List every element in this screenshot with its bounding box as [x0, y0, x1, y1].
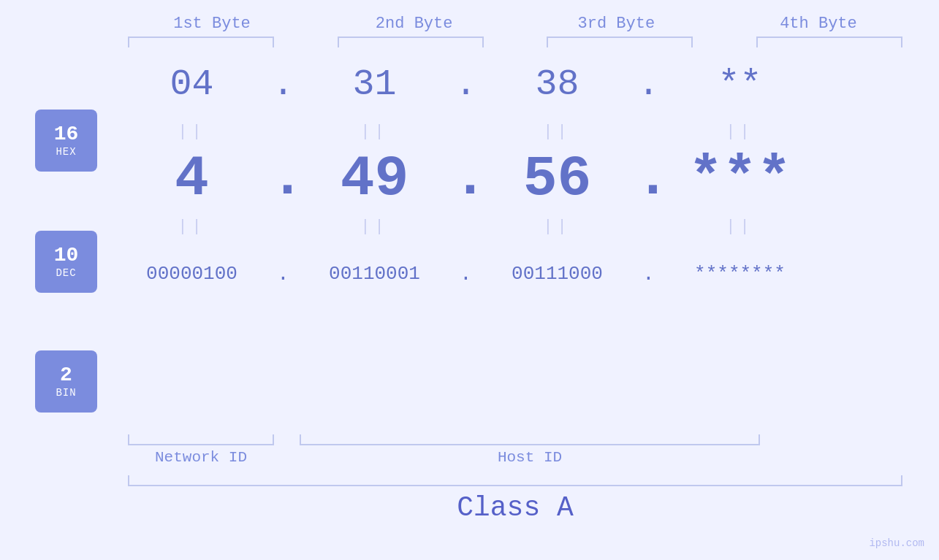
- dec-dot2: .: [453, 139, 479, 218]
- big-brace-row: [113, 475, 917, 486]
- dec-byte4: ***: [661, 147, 818, 211]
- eq1-1: ||: [113, 123, 270, 141]
- hex-dot1: .: [270, 64, 296, 105]
- bottom-section: Network ID Host ID Class A: [113, 434, 917, 523]
- bin-base: BIN: [56, 387, 76, 399]
- brace-top-1: [128, 37, 274, 47]
- page: 1st Byte 2nd Byte 3rd Byte 4th Byte 04 .…: [0, 0, 939, 560]
- dec-byte2: 49: [296, 147, 453, 211]
- dec-row: 4 . 49 . 56 . ***: [113, 146, 917, 212]
- byte2-header: 2nd Byte: [330, 15, 498, 33]
- bin-box: 2 BIN: [35, 350, 97, 413]
- hex-byte2: 31: [296, 64, 453, 105]
- top-braces: [113, 33, 917, 47]
- watermark: ipshu.com: [869, 537, 924, 549]
- dec-base: DEC: [56, 267, 76, 279]
- bin-dot3: .: [636, 263, 661, 285]
- grid-wrapper: 1st Byte 2nd Byte 3rd Byte 4th Byte 04 .…: [113, 15, 917, 307]
- hex-dot3: .: [636, 64, 661, 105]
- eq2-3: ||: [479, 218, 636, 236]
- network-id-label: Network ID: [128, 449, 274, 466]
- bin-byte4: ********: [661, 263, 818, 285]
- dec-label-box: 10 DEC: [35, 231, 97, 293]
- class-label: Class A: [113, 492, 917, 523]
- bin-number: 2: [60, 364, 72, 387]
- byte3-header: 3rd Byte: [532, 15, 700, 33]
- eq2-4: ||: [661, 218, 818, 236]
- dec-dot3: .: [636, 139, 661, 218]
- brace-bot-net: [128, 434, 274, 445]
- big-brace: [128, 475, 902, 486]
- hex-number: 16: [54, 123, 79, 146]
- bottom-braces: [113, 434, 917, 445]
- dec-byte1: 4: [113, 147, 270, 211]
- eq2-1: ||: [113, 218, 270, 236]
- hex-row: 04 . 31 . 38 . **: [113, 51, 917, 117]
- id-labels: Network ID Host ID: [113, 445, 917, 469]
- eq-row-2: || || || ||: [113, 212, 917, 241]
- hex-byte4: **: [661, 64, 818, 105]
- byte1-header: 1st Byte: [128, 15, 296, 33]
- eq1-2: ||: [296, 123, 453, 141]
- hex-base: HEX: [56, 146, 76, 158]
- bin-dot2: .: [453, 263, 479, 285]
- bin-dot1: .: [270, 263, 296, 285]
- eq1-3: ||: [479, 123, 636, 141]
- bin-byte1: 00000100: [113, 263, 270, 285]
- brace-top-3: [547, 37, 693, 47]
- eq1-4: ||: [661, 123, 818, 141]
- dec-dot1: .: [270, 139, 296, 218]
- host-id-label: Host ID: [300, 449, 760, 466]
- byte4-header: 4th Byte: [734, 15, 902, 33]
- brace-top-2: [338, 37, 484, 47]
- brace-top-4: [756, 37, 902, 47]
- bin-row: 00000100 . 00110001 . 00111000 . *******…: [113, 241, 917, 307]
- hex-dot2: .: [453, 64, 479, 105]
- bin-byte3: 00111000: [479, 263, 636, 285]
- bin-label-box: 2 BIN: [35, 350, 97, 413]
- hex-box: 16 HEX: [35, 110, 97, 172]
- hex-byte3: 38: [479, 64, 636, 105]
- dec-number: 10: [54, 245, 79, 267]
- bin-byte2: 00110001: [296, 263, 453, 285]
- brace-bot-host: [300, 434, 760, 445]
- dec-box: 10 DEC: [35, 231, 97, 293]
- byte-headers: 1st Byte 2nd Byte 3rd Byte 4th Byte: [113, 15, 917, 33]
- eq2-2: ||: [296, 218, 453, 236]
- hex-label-box: 16 HEX: [35, 110, 97, 172]
- eq-row-1: || || || ||: [113, 117, 917, 146]
- hex-byte1: 04: [113, 64, 270, 105]
- dec-byte3: 56: [479, 147, 636, 211]
